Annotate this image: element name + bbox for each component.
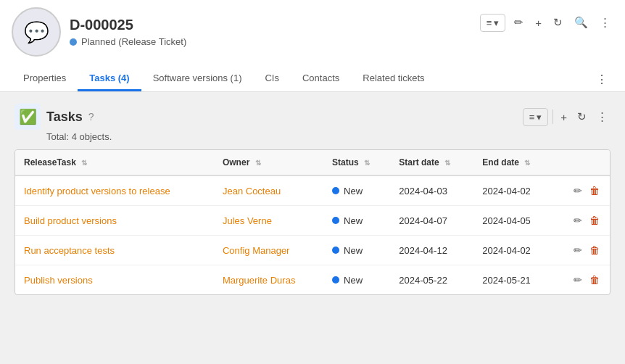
tab-cis[interactable]: CIs [253,67,291,91]
table-header-row: ReleaseTask ⇅ Owner ⇅ Status ⇅ Start d [15,150,610,175]
section-title: Tasks [46,109,83,125]
tab-tasks[interactable]: Tasks (4) [78,67,141,91]
ticket-id: D-000025 [70,17,186,33]
filter-button[interactable]: ≡ ▾ [480,14,506,32]
status-label-0: New [344,186,363,197]
task-link-0[interactable]: Identify product versions to release [24,186,170,197]
cell-end-2: 2024-04-02 [473,236,553,265]
status-dot-1 [332,217,339,224]
delete-row-button-0[interactable]: 🗑 [588,183,601,198]
cell-task-0: Identify product versions to release [15,175,214,206]
refresh-button[interactable]: ↻ [550,13,566,32]
edit-row-button-0[interactable]: ✏ [572,183,584,198]
sort-icon-start[interactable]: ⇅ [444,159,450,167]
add-button[interactable]: + [532,14,545,32]
section-top-row: ✅ Tasks ? ≡ ▾ + ↻ ⋮ [15,104,610,130]
tasks-add-button[interactable]: + [558,108,570,126]
section-header-left: ✅ Tasks ? [15,104,94,130]
status-dot-0 [332,187,339,194]
col-start-date: Start date ⇅ [390,150,473,175]
col-release-task: ReleaseTask ⇅ [15,150,214,175]
col-actions [553,150,610,175]
tabs: Properties Tasks (4) Software versions (… [12,67,613,91]
header: 💬 D-000025 Planned (Release Ticket) ≡ ▾ … [0,0,625,92]
tab-properties[interactable]: Properties [12,67,78,91]
cell-start-0: 2024-04-03 [390,175,473,206]
tab-related-tickets[interactable]: Related tickets [351,67,436,91]
edit-row-button-2[interactable]: ✏ [572,243,584,257]
cell-task-3: Publish versions [15,265,214,295]
cell-actions-1: ✏ 🗑 [553,206,610,236]
header-actions: ≡ ▾ ✏ + ↻ 🔍 ⋮ [480,7,613,32]
task-link-2[interactable]: Run acceptance tests [24,245,115,256]
sort-icon-end[interactable]: ⇅ [524,159,530,167]
page-wrapper: 💬 D-000025 Planned (Release Ticket) ≡ ▾ … [0,0,625,364]
status-label-1: New [344,215,363,226]
cell-start-3: 2024-05-22 [390,265,473,295]
tabs-more-button[interactable]: ⋮ [590,70,613,89]
main-content: ✅ Tasks ? ≡ ▾ + ↻ ⋮ Total: 4 objects. [0,92,625,307]
status-dot-2 [332,247,339,254]
more-button[interactable]: ⋮ [597,13,613,32]
edit-row-button-1[interactable]: ✏ [572,213,584,228]
filter-chevron: ▾ [494,17,499,28]
cell-status-2: New [323,236,390,265]
delete-row-button-3[interactable]: 🗑 [588,273,601,287]
section-toolbar: ≡ ▾ + ↻ ⋮ [523,107,610,126]
task-link-1[interactable]: Build product versions [24,215,117,226]
cell-owner-2: Config Manager [214,236,323,265]
tasks-table-container: ReleaseTask ⇅ Owner ⇅ Status ⇅ Start d [15,149,610,295]
tasks-icon-img: ✅ [19,108,37,125]
help-icon[interactable]: ? [88,111,94,123]
cell-task-1: Build product versions [15,206,214,236]
table-row: Identify product versions to release Jea… [15,175,610,206]
status-dot-icon [70,38,77,46]
tasks-filter-button[interactable]: ≡ ▾ [523,108,549,126]
cell-end-3: 2024-05-21 [473,265,553,295]
ticket-status: Planned (Release Ticket) [70,36,186,47]
tab-contacts[interactable]: Contacts [291,67,351,91]
task-link-3[interactable]: Publish versions [24,275,93,286]
tasks-icon: ✅ [15,104,41,130]
edit-button[interactable]: ✏ [511,13,526,32]
sort-icon-task[interactable]: ⇅ [81,159,87,167]
status-label-3: New [344,275,363,286]
owner-link-1[interactable]: Jules Verne [223,215,272,226]
owner-link-0[interactable]: Jean Cocteau [223,186,281,197]
sort-icon-owner[interactable]: ⇅ [255,159,261,167]
cell-actions-3: ✏ 🗑 [553,265,610,295]
tasks-more-button[interactable]: ⋮ [594,107,610,126]
cell-start-2: 2024-04-12 [390,236,473,265]
col-end-date: End date ⇅ [473,150,553,175]
status-dot-3 [332,276,339,284]
col-status: Status ⇅ [323,150,390,175]
edit-row-button-3[interactable]: ✏ [572,273,584,287]
delete-row-button-2[interactable]: 🗑 [588,243,601,257]
cell-status-0: New [323,175,390,206]
header-info: D-000025 Planned (Release Ticket) [70,17,186,47]
cell-owner-3: Marguerite Duras [214,265,323,295]
delete-row-button-1[interactable]: 🗑 [588,213,601,228]
header-left: 💬 D-000025 Planned (Release Ticket) [12,7,186,57]
toolbar-divider [552,109,553,124]
tab-software-versions[interactable]: Software versions (1) [141,67,254,91]
status-label-2: New [344,245,363,256]
tasks-refresh-button[interactable]: ↻ [574,107,589,126]
header-top: 💬 D-000025 Planned (Release Ticket) ≡ ▾ … [12,7,613,62]
sort-icon-status[interactable]: ⇅ [364,159,370,167]
col-owner: Owner ⇅ [214,150,323,175]
cell-start-1: 2024-04-07 [390,206,473,236]
table-row: Publish versions Marguerite Duras New 20… [15,265,610,295]
owner-link-3[interactable]: Marguerite Duras [223,275,295,286]
avatar: 💬 [12,7,61,57]
cell-owner-1: Jules Verne [214,206,323,236]
cell-task-2: Run acceptance tests [15,236,214,265]
section-meta: Total: 4 objects. [46,131,610,142]
avatar-icon: 💬 [24,20,49,44]
tasks-filter-icon: ≡ [529,112,535,123]
owner-link-2[interactable]: Config Manager [223,245,290,256]
table-row: Run acceptance tests Config Manager New … [15,236,610,265]
tasks-table: ReleaseTask ⇅ Owner ⇅ Status ⇅ Start d [15,150,610,294]
search-button[interactable]: 🔍 [571,13,591,32]
cell-status-3: New [323,265,390,295]
